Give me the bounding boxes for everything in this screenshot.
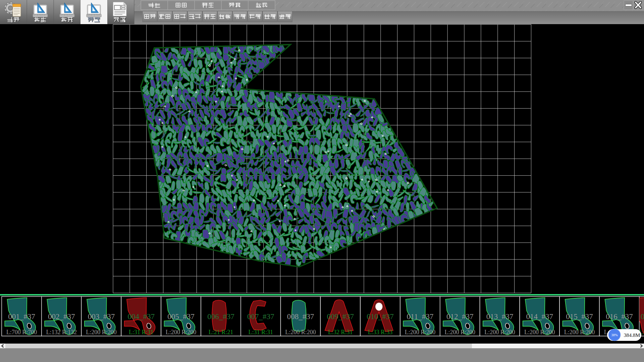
svg-text:L:200 R:200: L:200 R:200 <box>86 329 117 336</box>
svg-text:384.8M: 384.8M <box>624 332 640 338</box>
svg-text:L:700 R:700: L:700 R:700 <box>6 329 37 336</box>
svg-text:007_#37: 007_#37 <box>247 312 274 321</box>
svg-text:015_#37: 015_#37 <box>566 312 593 321</box>
svg-text:001_#37: 001_#37 <box>8 312 35 321</box>
svg-text:002_#37: 002_#37 <box>48 312 75 321</box>
svg-text:L:200 R:200: L:200 R:200 <box>166 329 197 336</box>
svg-text:L:200 R:200: L:200 R:200 <box>524 329 555 336</box>
svg-text:005_#37: 005_#37 <box>167 312 195 321</box>
svg-text:006_#37: 006_#37 <box>207 312 234 321</box>
svg-text:012_#37: 012_#37 <box>446 312 474 321</box>
svg-text:L:200 R:200: L:200 R:200 <box>285 329 316 336</box>
svg-text:011_#37: 011_#37 <box>407 312 434 321</box>
svg-text:L:31 R:31: L:31 R:31 <box>248 329 273 336</box>
svg-text:0: 0 <box>641 312 644 321</box>
svg-text:009_#37: 009_#37 <box>327 312 354 321</box>
svg-text:L:200 R:200: L:200 R:200 <box>484 329 515 336</box>
svg-text:016_#37: 016_#37 <box>606 312 633 321</box>
svg-text:L:200 R:200: L:200 R:200 <box>444 329 475 336</box>
svg-text:004_#37: 004_#37 <box>128 312 155 321</box>
svg-text:L:132 R:132: L:132 R:132 <box>46 329 77 336</box>
svg-text:L:200 R:200: L:200 R:200 <box>405 329 436 336</box>
svg-text:013_#37: 013_#37 <box>486 312 514 321</box>
svg-text:L:200 R:200: L:200 R:200 <box>564 329 595 336</box>
svg-text:L:31 R:31: L:31 R:31 <box>129 329 154 336</box>
svg-text:L:32 R:31: L:32 R:31 <box>328 329 353 336</box>
svg-text:010_#37: 010_#37 <box>367 312 394 321</box>
svg-text:L:33 R:33: L:33 R:33 <box>368 329 393 336</box>
svg-text:L:21 R:21: L:21 R:21 <box>209 329 233 336</box>
svg-text:003_#37: 003_#37 <box>88 312 115 321</box>
svg-text:38%: 38% <box>611 333 618 337</box>
svg-text:014_#37: 014_#37 <box>526 312 553 321</box>
svg-text:008_#37: 008_#37 <box>287 312 314 321</box>
